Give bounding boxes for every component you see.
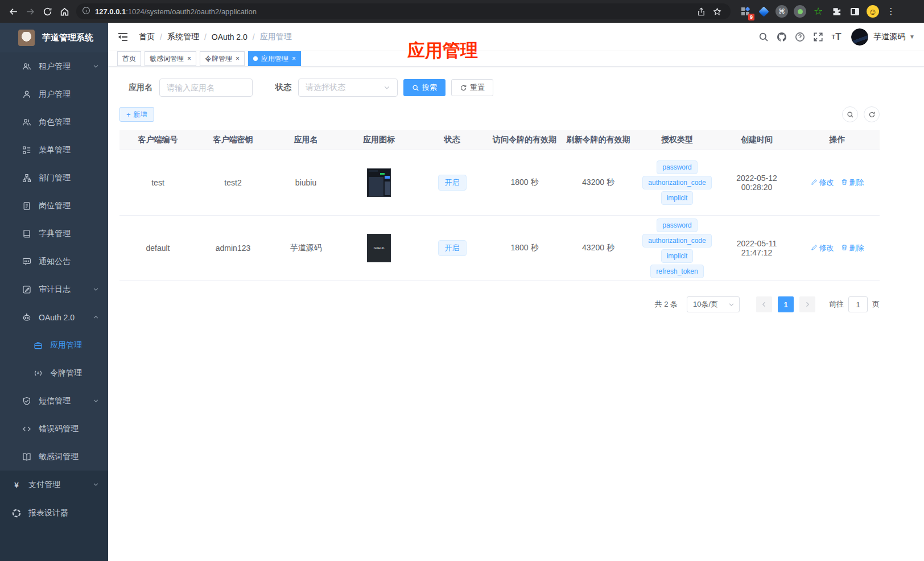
users-icon bbox=[22, 117, 31, 127]
extension-record-icon[interactable] bbox=[792, 3, 808, 19]
menu-group-top: ¥支付管理报表设计器 bbox=[0, 471, 108, 527]
goto-label: 前往 bbox=[829, 299, 844, 310]
user-caret-down-icon[interactable]: ▼ bbox=[909, 34, 915, 40]
sidebar-item-dept[interactable]: 部门管理 bbox=[0, 164, 108, 192]
side-panel-icon[interactable] bbox=[847, 3, 863, 19]
sidebar-item-label: 岗位管理 bbox=[39, 201, 71, 211]
cell-created-time-value: 2022-05-11 21:47:12 bbox=[721, 239, 793, 257]
back-icon[interactable] bbox=[5, 3, 22, 20]
github-icon[interactable] bbox=[773, 28, 791, 46]
tab-首页[interactable]: 首页 bbox=[117, 51, 141, 66]
chevron-down-icon bbox=[728, 302, 735, 308]
status-select[interactable]: 请选择状态 bbox=[298, 79, 398, 97]
next-page-button[interactable] bbox=[799, 296, 815, 312]
sidebar-item-label: 令牌管理 bbox=[50, 368, 82, 378]
extension-grid-icon[interactable]: 9 bbox=[737, 3, 753, 19]
user-avatar[interactable] bbox=[851, 28, 868, 46]
sidebar-item-error-code[interactable]: 错误码管理 bbox=[0, 415, 108, 443]
current-page-button[interactable]: 1 bbox=[778, 296, 794, 312]
delete-button[interactable]: 删除 bbox=[841, 178, 864, 188]
sidebar-item-sms[interactable]: 短信管理 bbox=[0, 387, 108, 415]
sidebar-item-notice[interactable]: 通知公告 bbox=[0, 248, 108, 275]
extensions-puzzle-icon[interactable] bbox=[828, 3, 844, 19]
browser-menu-icon[interactable]: ⋮ bbox=[883, 3, 899, 19]
close-icon[interactable]: × bbox=[187, 55, 191, 63]
cell-app-icon bbox=[342, 168, 416, 197]
cell-status: 开启 bbox=[416, 175, 488, 191]
status-badge[interactable]: 开启 bbox=[438, 240, 467, 256]
search-button[interactable]: 搜索 bbox=[403, 79, 446, 96]
cell-refresh-token-ttl-value: 43200 秒 bbox=[582, 178, 614, 188]
refresh-table-button[interactable] bbox=[864, 106, 880, 122]
site-info-icon[interactable] bbox=[82, 6, 90, 17]
tab-应用管理[interactable]: 应用管理× bbox=[248, 51, 301, 66]
grant-type-tag: refresh_token bbox=[650, 265, 703, 278]
help-icon[interactable] bbox=[791, 28, 809, 46]
breadcrumb-item[interactable]: 系统管理 bbox=[167, 32, 199, 42]
cell-refresh-token-ttl: 43200 秒 bbox=[561, 178, 636, 188]
prev-page-button[interactable] bbox=[756, 296, 772, 312]
badge-icon bbox=[22, 201, 31, 211]
active-tab-dot bbox=[253, 56, 258, 61]
goto-page-input[interactable] bbox=[848, 296, 868, 312]
fullscreen-icon[interactable] bbox=[809, 28, 827, 46]
cell-created-time-value: 2022-05-12 00:28:20 bbox=[721, 174, 793, 192]
status-badge[interactable]: 开启 bbox=[438, 175, 467, 191]
address-bar[interactable]: 127.0.0.1:1024/system/oauth2/oauth2/appl… bbox=[76, 3, 731, 19]
delete-button[interactable]: 删除 bbox=[841, 243, 864, 253]
add-button[interactable]: + 新增 bbox=[119, 107, 154, 122]
share-icon[interactable] bbox=[693, 7, 709, 16]
edit-button[interactable]: 修改 bbox=[811, 243, 834, 253]
breadcrumb-item[interactable]: OAuth 2.0 bbox=[212, 32, 248, 42]
sidebar-item-post[interactable]: 岗位管理 bbox=[0, 192, 108, 220]
sidebar-item-tenant[interactable]: 租户管理 bbox=[0, 52, 108, 80]
tab-令牌管理[interactable]: 令牌管理× bbox=[200, 51, 245, 66]
delete-icon bbox=[841, 179, 849, 187]
app-name-input[interactable] bbox=[159, 79, 253, 97]
close-icon[interactable]: × bbox=[236, 55, 240, 63]
tab-敏感词管理[interactable]: 敏感词管理× bbox=[145, 51, 196, 66]
page-size-select[interactable]: 10条/页 bbox=[687, 296, 740, 312]
home-icon[interactable] bbox=[56, 3, 73, 20]
cell-app-name-value: 芋道源码 bbox=[290, 243, 322, 253]
sidebar-item-dict[interactable]: 字典管理 bbox=[0, 220, 108, 248]
bookmark-star-icon[interactable] bbox=[709, 7, 725, 16]
extension-gem-icon[interactable] bbox=[756, 3, 772, 19]
book-icon bbox=[22, 452, 31, 461]
sidebar-item-audit-log[interactable]: 审计日志 bbox=[0, 275, 108, 303]
sidebar-item-user[interactable]: 用户管理 bbox=[0, 80, 108, 108]
sidebar-fold-icon[interactable] bbox=[117, 31, 130, 43]
sidebar-item-oauth2-token[interactable]: A令牌管理 bbox=[0, 359, 108, 387]
edit-button[interactable]: 修改 bbox=[811, 178, 834, 188]
breadcrumb-item[interactable]: 首页 bbox=[139, 32, 155, 42]
app-name-label: 应用名 bbox=[129, 82, 152, 93]
sidebar-item-report-designer[interactable]: 报表设计器 bbox=[0, 499, 108, 527]
forward-icon[interactable] bbox=[22, 3, 39, 20]
sidebar-item-sensitive-word[interactable]: 敏感词管理 bbox=[0, 443, 108, 471]
refresh-icon[interactable] bbox=[39, 3, 56, 20]
sidebar-item-menu[interactable]: 菜单管理 bbox=[0, 136, 108, 164]
sidebar-item-label: 租户管理 bbox=[39, 61, 71, 72]
search-icon[interactable] bbox=[754, 28, 773, 46]
browser-profile-avatar[interactable]: ☺ bbox=[865, 3, 881, 19]
sidebar-item-role[interactable]: 角色管理 bbox=[0, 108, 108, 136]
username-label[interactable]: 芋道源码 bbox=[873, 32, 905, 42]
tab-label: 令牌管理 bbox=[205, 54, 232, 64]
delete-label: 删除 bbox=[849, 243, 864, 253]
sidebar-item-oauth2-application[interactable]: 应用管理 bbox=[0, 331, 108, 359]
shield-icon bbox=[22, 396, 31, 406]
cell-app-name: biubiu bbox=[270, 178, 342, 187]
toggle-search-button[interactable] bbox=[842, 106, 858, 122]
extension-star-icon[interactable]: ☆ bbox=[810, 3, 826, 19]
font-size-icon[interactable]: TT bbox=[827, 28, 845, 46]
main-area: 首页/系统管理/OAuth 2.0/应用管理 TT 芋道源码 ▼ bbox=[108, 23, 924, 561]
page-content: 应用名 状态 请选择状态 搜索 重置 bbox=[108, 67, 924, 312]
close-icon[interactable]: × bbox=[292, 55, 296, 63]
app-logo-row[interactable]: 芋道管理系统 bbox=[0, 23, 108, 52]
sidebar-item-label: 报表设计器 bbox=[28, 508, 68, 518]
breadcrumb-separator: / bbox=[160, 32, 162, 42]
extension-command-icon[interactable]: ⌘ bbox=[774, 3, 790, 19]
sidebar-item-pay[interactable]: ¥支付管理 bbox=[0, 471, 108, 499]
sidebar-item-oauth2[interactable]: OAuth 2.0 bbox=[0, 303, 108, 331]
reset-button[interactable]: 重置 bbox=[451, 79, 493, 96]
